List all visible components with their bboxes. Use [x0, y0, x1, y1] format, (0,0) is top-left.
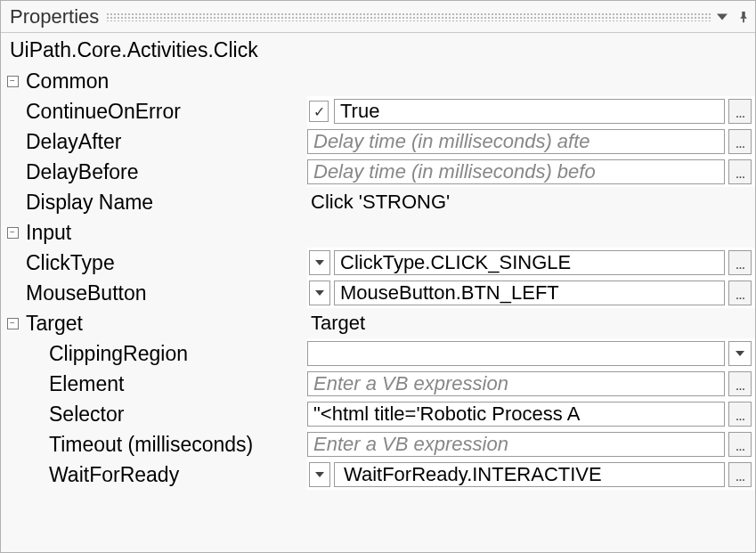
property-label: DelayBefore	[24, 157, 307, 187]
mousebutton-dropdown[interactable]	[309, 281, 330, 305]
collapse-toggle-common[interactable]: −	[7, 76, 19, 87]
pin-icon[interactable]	[737, 11, 750, 23]
property-label: Selector	[47, 399, 307, 429]
mousebutton-input[interactable]: MouseButton.BTN_LEFT	[334, 281, 725, 305]
clicktype-dropdown[interactable]	[309, 250, 330, 275]
delayafter-input[interactable]: Delay time (in milliseconds) afte	[307, 129, 725, 154]
panel-title: Properties	[10, 5, 99, 28]
ellipsis-button[interactable]: ...	[728, 159, 752, 184]
selector-input[interactable]: "<html title='Robotic Process A	[307, 402, 725, 427]
ellipsis-button[interactable]: ...	[728, 402, 752, 427]
property-label: Target	[24, 308, 307, 338]
chevron-down-icon	[315, 472, 324, 477]
chevron-down-icon	[736, 351, 744, 356]
property-row-clicktype: ClickType ClickType.CLICK_SINGLE ...	[1, 248, 755, 278]
property-label: Display Name	[24, 187, 307, 217]
property-label: WaitForReady	[47, 459, 307, 490]
clicktype-input[interactable]: ClickType.CLICK_SINGLE	[334, 250, 725, 275]
displayname-value[interactable]: Click 'STRONG'	[307, 187, 755, 217]
properties-panel: Properties UiPath.Core.Activities.Click …	[0, 0, 756, 553]
property-row-target: − Target Target	[1, 308, 755, 338]
property-row-element: Element Enter a VB expression ...	[1, 369, 755, 399]
clippingregion-input[interactable]	[307, 341, 725, 366]
window-position-dropdown-icon[interactable]	[716, 11, 728, 23]
property-label: Element	[47, 369, 307, 399]
property-label: ClickType	[24, 248, 307, 278]
selected-object-name: UiPath.Core.Activities.Click	[1, 33, 755, 66]
category-label: Input	[24, 217, 755, 248]
property-label: MouseButton	[24, 278, 307, 308]
ellipsis-button[interactable]: ...	[728, 99, 752, 124]
waitforready-dropdown[interactable]	[309, 462, 330, 487]
target-value[interactable]: Target	[307, 308, 755, 338]
property-row-timeout: Timeout (milliseconds) Enter a VB expres…	[1, 429, 755, 459]
ellipsis-button[interactable]: ...	[728, 462, 752, 487]
property-row-displayname: Display Name Click 'STRONG'	[1, 187, 755, 217]
ellipsis-button[interactable]: ...	[728, 250, 752, 275]
category-row-input: − Input	[1, 217, 755, 248]
continueonerror-checkbox[interactable]: ✓	[309, 101, 329, 122]
delaybefore-input[interactable]: Delay time (in milliseconds) befo	[307, 159, 725, 184]
property-label: ClippingRegion	[47, 338, 307, 369]
ellipsis-button[interactable]: ...	[728, 432, 752, 457]
property-label: DelayAfter	[24, 126, 307, 157]
collapse-toggle-target[interactable]: −	[7, 318, 19, 329]
collapse-toggle-input[interactable]: −	[7, 227, 19, 239]
clippingregion-dropdown[interactable]	[728, 341, 752, 366]
chevron-down-icon	[315, 260, 324, 265]
property-row-waitforready: WaitForReady WaitForReady.INTERACTIVE ..…	[1, 459, 755, 490]
waitforready-input[interactable]: WaitForReady.INTERACTIVE	[334, 462, 725, 487]
property-row-continueonerror: ContinueOnError ✓ True ...	[1, 96, 755, 126]
property-label: Timeout (milliseconds)	[47, 429, 307, 459]
ellipsis-button[interactable]: ...	[728, 281, 752, 305]
timeout-input[interactable]: Enter a VB expression	[307, 432, 725, 457]
property-row-selector: Selector "<html title='Robotic Process A…	[1, 399, 755, 429]
property-row-clippingregion: ClippingRegion	[1, 338, 755, 369]
property-label: ContinueOnError	[24, 96, 307, 126]
chevron-down-icon	[315, 290, 324, 296]
title-separator-dots	[106, 12, 711, 21]
property-row-delaybefore: DelayBefore Delay time (in milliseconds)…	[1, 157, 755, 187]
category-label: Common	[24, 66, 755, 96]
element-input[interactable]: Enter a VB expression	[307, 371, 725, 396]
title-bar-controls	[716, 11, 750, 23]
property-row-delayafter: DelayAfter Delay time (in milliseconds) …	[1, 126, 755, 157]
category-row-common: − Common	[1, 66, 755, 96]
property-row-mousebutton: MouseButton MouseButton.BTN_LEFT ...	[1, 278, 755, 308]
ellipsis-button[interactable]: ...	[728, 371, 752, 396]
continueonerror-input[interactable]: True	[334, 99, 725, 124]
panel-title-bar: Properties	[1, 1, 755, 33]
property-grid: − Common ContinueOnError ✓ True ... Dela…	[1, 66, 755, 552]
ellipsis-button[interactable]: ...	[728, 129, 752, 154]
